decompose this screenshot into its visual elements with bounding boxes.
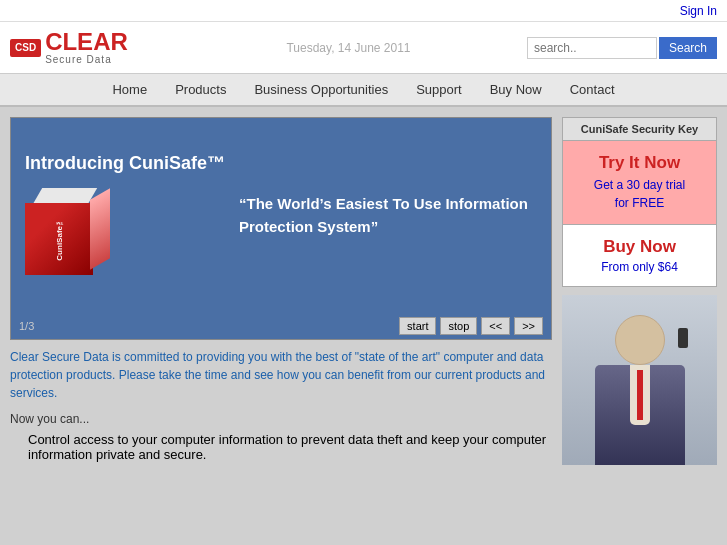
nav-support[interactable]: Support (416, 82, 462, 97)
date-display: Tuesday, 14 June 2011 (170, 41, 527, 55)
nav-bar: Home Products Business Opportunities Sup… (0, 74, 727, 107)
right-sidebar: CuniSafe Security Key Try It Now Get a 3… (562, 117, 717, 497)
sign-in-link[interactable]: Sign In (680, 4, 717, 18)
slide-start-button[interactable]: start (399, 317, 436, 335)
slide-title: Introducing CuniSafe™ (25, 153, 225, 174)
intro-text: Clear Secure Data is committed to provid… (10, 348, 552, 402)
logo-area: CSD CLEAR Secure Data (10, 30, 170, 65)
slide-controls: start stop << >> (399, 317, 543, 335)
buy-now-box[interactable]: Buy Now From only $64 (563, 225, 716, 286)
buy-now-title: Buy Now (569, 237, 710, 257)
security-key-title: CuniSafe Security Key (563, 118, 716, 141)
buy-now-sub: From only $64 (569, 260, 710, 274)
slide-left: Introducing CuniSafe™ CuniSafe™ (25, 153, 225, 278)
slide-counter: 1/3 (19, 320, 34, 332)
nav-business[interactable]: Business Opportunities (254, 82, 388, 97)
left-content: Introducing CuniSafe™ CuniSafe™ “The (10, 117, 552, 497)
search-input[interactable] (527, 37, 657, 59)
logo-text-area: CLEAR Secure Data (45, 30, 128, 65)
person-image (562, 295, 717, 465)
slide-stop-button[interactable]: stop (440, 317, 477, 335)
try-it-box[interactable]: Try It Now Get a 30 day trialfor FREE (563, 141, 716, 225)
now-you-can: Now you can... (10, 412, 552, 426)
cube-illustration: CuniSafe™ (25, 188, 110, 278)
cube-label: CuniSafe™ (55, 217, 64, 261)
slide-quote: “The World’s Easiest To Use Information … (239, 193, 537, 238)
security-key-box: CuniSafe Security Key Try It Now Get a 3… (562, 117, 717, 287)
nav-products[interactable]: Products (175, 82, 226, 97)
slide-prev-button[interactable]: << (481, 317, 510, 335)
logo-name: CLEAR (45, 30, 128, 54)
search-area: Search (527, 37, 717, 59)
logo-sub: Secure Data (45, 54, 128, 65)
slide-next-button[interactable]: >> (514, 317, 543, 335)
logo-box: CSD (10, 39, 41, 57)
try-it-sub: Get a 30 day trialfor FREE (569, 176, 710, 212)
nav-home[interactable]: Home (112, 82, 147, 97)
bullet-list: Control access to your computer informat… (28, 432, 552, 462)
search-button[interactable]: Search (659, 37, 717, 59)
try-it-title: Try It Now (569, 153, 710, 173)
nav-buynow[interactable]: Buy Now (490, 82, 542, 97)
slideshow: Introducing CuniSafe™ CuniSafe™ “The (10, 117, 552, 340)
nav-contact[interactable]: Contact (570, 82, 615, 97)
